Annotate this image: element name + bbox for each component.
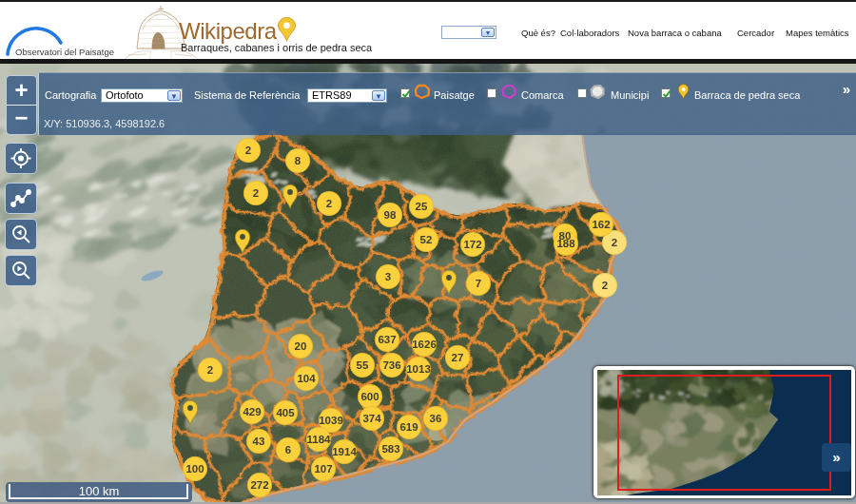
svg-text:172: 172	[463, 239, 481, 250]
svg-text:2: 2	[602, 280, 608, 291]
svg-text:3: 3	[385, 271, 391, 282]
svg-text:2: 2	[612, 237, 617, 248]
svg-text:272: 272	[250, 479, 268, 491]
svg-text:600: 600	[360, 391, 379, 402]
svg-text:2: 2	[207, 364, 213, 376]
svg-text:374: 374	[362, 413, 381, 424]
svg-text:1626: 1626	[412, 339, 437, 350]
svg-text:52: 52	[420, 234, 433, 245]
svg-text:100: 100	[185, 463, 204, 475]
svg-text:2: 2	[253, 187, 259, 199]
svg-text:2: 2	[245, 145, 251, 156]
svg-text:736: 736	[382, 359, 400, 371]
svg-text:55: 55	[357, 359, 369, 371]
svg-text:637: 637	[378, 334, 396, 345]
svg-text:2: 2	[326, 198, 332, 209]
svg-text:6: 6	[285, 444, 291, 456]
svg-text:619: 619	[399, 421, 418, 433]
svg-text:7: 7	[476, 278, 481, 289]
svg-text:104: 104	[297, 373, 316, 384]
svg-text:36: 36	[430, 413, 442, 424]
svg-text:1039: 1039	[319, 415, 343, 426]
svg-text:1013: 1013	[406, 363, 431, 375]
svg-text:1184: 1184	[307, 434, 332, 445]
svg-text:429: 429	[243, 406, 261, 417]
svg-text:98: 98	[384, 209, 397, 221]
svg-text:27: 27	[452, 352, 464, 363]
svg-text:188: 188	[556, 238, 575, 249]
svg-text:162: 162	[592, 219, 610, 230]
svg-text:583: 583	[381, 443, 399, 455]
svg-text:25: 25	[416, 201, 428, 212]
svg-text:20: 20	[295, 340, 307, 352]
svg-text:8: 8	[295, 155, 302, 166]
svg-text:405: 405	[276, 407, 295, 418]
svg-text:107: 107	[314, 463, 332, 475]
svg-text:1914: 1914	[332, 446, 357, 457]
svg-text:43: 43	[253, 436, 265, 447]
